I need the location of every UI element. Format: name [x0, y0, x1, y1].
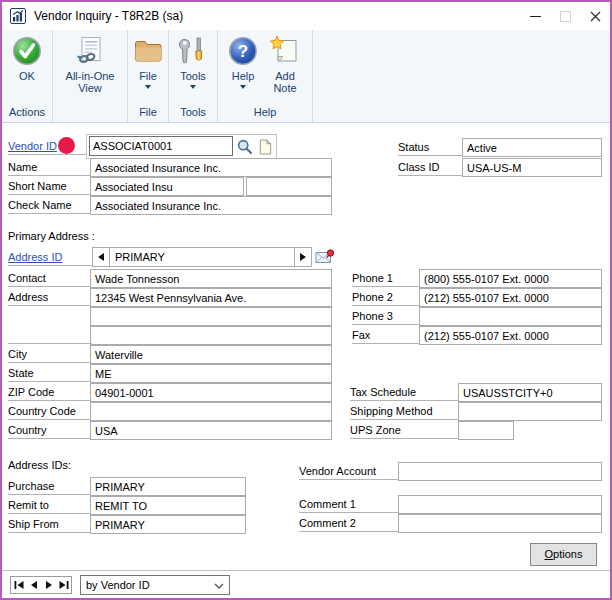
maximize-button [550, 3, 580, 30]
phone1-label: Phone 1 [352, 269, 419, 287]
tax-schedule-field: USAUSSTCITY+0 [458, 383, 602, 402]
minimize-button[interactable] [520, 3, 550, 30]
ups-zone-label: UPS Zone [350, 421, 458, 439]
vendor-hold-indicator-icon [58, 137, 75, 154]
ribbon-toolbar: OK Actions [2, 30, 610, 123]
all-in-one-view-button-label: All-in-One View [56, 70, 124, 94]
options-button[interactable]: Options [530, 543, 597, 566]
phone3-label: Phone 3 [352, 307, 419, 325]
comment1-field [398, 495, 602, 514]
tools-menu-button[interactable]: Tools [174, 35, 212, 106]
close-icon [590, 11, 601, 22]
row-underline [8, 343, 92, 344]
ups-zone-field [458, 421, 514, 440]
ribbon-group-label-actions: Actions [2, 106, 52, 122]
sort-by-dropdown[interactable]: by Vendor ID [80, 575, 230, 595]
next-record-icon [43, 580, 55, 590]
address-line2-field [90, 307, 332, 326]
state-field: ME [90, 364, 332, 383]
ribbon-group-label-file: File [128, 106, 168, 122]
purchase-field: PRIMARY [90, 477, 246, 496]
address-id-previous-button[interactable] [93, 248, 110, 266]
phone2-field: (212) 555-0107 Ext. 0000 [419, 288, 602, 307]
tools-menu-button-label: Tools [180, 70, 206, 82]
ok-button-label: OK [19, 70, 35, 82]
maximize-icon [560, 11, 571, 22]
left-arrow-icon [98, 253, 104, 261]
phone2-label: Phone 2 [352, 288, 419, 306]
primary-address-heading: Primary Address : [8, 230, 95, 242]
fax-label: Fax [352, 326, 419, 344]
comment2-label: Comment 2 [299, 514, 398, 532]
comment1-label: Comment 1 [299, 495, 398, 513]
address-id-next-button[interactable] [294, 248, 311, 266]
nav-previous-record-button[interactable] [26, 577, 41, 593]
vendor-id-input[interactable] [89, 136, 233, 156]
sort-by-dropdown-value: by Vendor ID [86, 579, 150, 591]
class-id-label: Class ID [398, 158, 462, 176]
name-label: Name [8, 158, 90, 176]
phone1-field: (800) 555-0107 Ext. 0000 [419, 269, 602, 288]
city-label: City [8, 345, 90, 363]
address-id-link[interactable]: Address ID [8, 251, 62, 263]
vendor-account-label: Vendor Account [299, 462, 398, 480]
status-label: Status [398, 138, 462, 156]
record-navigation [10, 576, 72, 594]
bottom-bar: by Vendor ID [2, 570, 610, 599]
class-id-field: USA-US-M [462, 158, 602, 177]
help-icon: ? [227, 35, 259, 67]
add-note-button[interactable]: Add Note [264, 35, 306, 106]
shipping-method-label: Shipping Method [350, 402, 458, 420]
ribbon-group-help: ? Help Add Note Help [218, 30, 313, 122]
address-label: Address [8, 288, 90, 306]
vendor-inquiry-window: Vendor Inquiry - T8R2B (sa) OK Actions [0, 0, 612, 600]
vendor-id-link[interactable]: Vendor ID [8, 140, 57, 152]
help-menu-button[interactable]: ? Help [224, 35, 262, 106]
window-title: Vendor Inquiry - T8R2B (sa) [34, 9, 520, 23]
nav-first-record-button[interactable] [11, 577, 26, 593]
ribbon-group-all-in-one: All-in-One View [53, 30, 128, 122]
address-line3-field [90, 326, 332, 345]
first-record-icon [13, 580, 25, 590]
add-note-icon [269, 35, 301, 67]
address-id-spinner: PRIMARY [92, 247, 312, 267]
ribbon-group-label-tools: Tools [169, 106, 217, 122]
tax-schedule-label: Tax Schedule [350, 383, 458, 401]
close-button[interactable] [580, 3, 610, 30]
address-map-button[interactable] [315, 248, 335, 266]
ok-button[interactable]: OK [8, 35, 46, 106]
ribbon-group-label-help: Help [218, 106, 312, 122]
all-in-one-view-icon [74, 35, 106, 67]
address-ids-heading: Address IDs: [8, 459, 71, 471]
last-record-icon [58, 580, 70, 590]
city-field: Waterville [90, 345, 332, 364]
nav-last-record-button[interactable] [56, 577, 71, 593]
title-bar: Vendor Inquiry - T8R2B (sa) [2, 2, 610, 31]
all-in-one-view-button[interactable]: All-in-One View [53, 35, 127, 106]
paper-note-icon [258, 138, 273, 156]
magnifier-icon [236, 138, 254, 156]
ribbon-group-file: File File [128, 30, 169, 122]
tools-dropdown-arrow-icon [190, 85, 196, 89]
ok-check-icon [11, 35, 43, 67]
tools-icon [177, 35, 209, 67]
address-id-value: PRIMARY [110, 248, 294, 266]
address-line1-field: 12345 West Pennsylvania Ave. [90, 288, 332, 307]
help-dropdown-arrow-icon [240, 85, 246, 89]
zip-code-field: 04901-0001 [90, 383, 332, 402]
ship-from-field: PRIMARY [90, 515, 246, 534]
ribbon-group-label-all-in-one [53, 106, 127, 122]
add-note-button-label: Add Note [267, 70, 303, 94]
nav-next-record-button[interactable] [41, 577, 56, 593]
right-arrow-icon [300, 253, 306, 261]
check-name-field: Associated Insurance Inc. [90, 196, 332, 215]
country-code-field [90, 402, 332, 421]
vendor-lookup-button[interactable] [235, 137, 254, 156]
contact-field: Wade Tonnesson [90, 269, 332, 288]
name-field: Associated Insurance Inc. [90, 158, 332, 177]
folder-icon [132, 35, 164, 67]
vendor-account-field [398, 462, 602, 481]
vendor-note-button[interactable] [256, 137, 274, 156]
file-menu-button[interactable]: File [129, 35, 167, 106]
short-name-label: Short Name [8, 177, 90, 195]
